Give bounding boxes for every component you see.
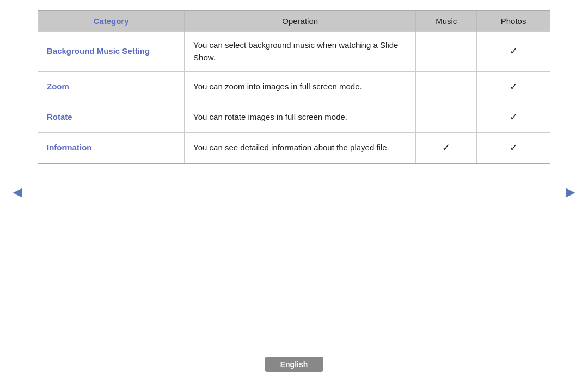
cell-category-1: Zoom bbox=[38, 72, 185, 102]
cell-category-3: Information bbox=[38, 133, 185, 163]
table-row: InformationYou can see detailed informat… bbox=[38, 133, 550, 163]
header-music: Music bbox=[416, 11, 477, 32]
table-row: ZoomYou can zoom into images in full scr… bbox=[38, 72, 550, 102]
table-header-row: Category Operation Music Photos bbox=[38, 11, 550, 32]
header-photos: Photos bbox=[477, 11, 550, 32]
language-button[interactable]: English bbox=[265, 357, 323, 372]
header-operation: Operation bbox=[185, 11, 416, 32]
table-row: RotateYou can rotate images in full scre… bbox=[38, 102, 550, 133]
page-wrapper: ◄ ► Category Operation Music Photos Back… bbox=[0, 0, 588, 384]
cell-photos-1: ✓ bbox=[477, 72, 550, 102]
cell-music-2 bbox=[416, 102, 477, 133]
table-row: Background Music SettingYou can select b… bbox=[38, 32, 550, 72]
checkmark-music-3: ✓ bbox=[442, 142, 450, 153]
checkmark-photos-3: ✓ bbox=[510, 142, 518, 153]
main-table-container: Category Operation Music Photos Backgrou… bbox=[38, 10, 550, 164]
cell-photos-0: ✓ bbox=[477, 32, 550, 72]
nav-arrow-left[interactable]: ◄ bbox=[10, 184, 25, 201]
cell-operation-0: You can select background music when wat… bbox=[185, 32, 416, 72]
checkmark-photos-2: ✓ bbox=[510, 112, 518, 123]
cell-operation-3: You can see detailed information about t… bbox=[185, 133, 416, 163]
cell-category-0: Background Music Setting bbox=[38, 32, 185, 72]
cell-operation-2: You can rotate images in full screen mod… bbox=[185, 102, 416, 133]
cell-photos-2: ✓ bbox=[477, 102, 550, 133]
cell-operation-1: You can zoom into images in full screen … bbox=[185, 72, 416, 102]
cell-music-1 bbox=[416, 72, 477, 102]
checkmark-photos-1: ✓ bbox=[510, 81, 518, 92]
features-table: Category Operation Music Photos Backgrou… bbox=[38, 11, 550, 163]
cell-photos-3: ✓ bbox=[477, 133, 550, 163]
cell-music-0 bbox=[416, 32, 477, 72]
checkmark-photos-0: ✓ bbox=[510, 46, 518, 57]
nav-arrow-right[interactable]: ► bbox=[563, 184, 578, 201]
cell-music-3: ✓ bbox=[416, 133, 477, 163]
header-category: Category bbox=[38, 11, 185, 32]
cell-category-2: Rotate bbox=[38, 102, 185, 133]
